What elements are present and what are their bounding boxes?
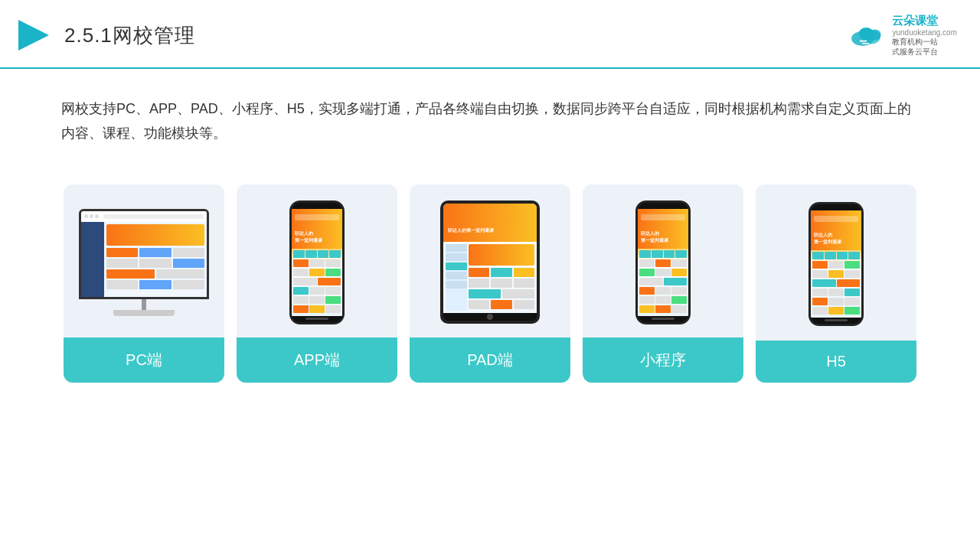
description-content: 网校支持PC、APP、PAD、小程序、H5，实现多端打通，产品各终端自由切换，数… — [61, 101, 911, 141]
card-pad-label: PAD端 — [410, 337, 570, 383]
device-mini-phone: 职达人的第一堂判通课 — [635, 201, 691, 324]
logo-area: 云朵课堂 yunduoketang.com 教育机构一站式服务云平台 — [849, 14, 957, 57]
logo-text-group: 云朵课堂 yunduoketang.com 教育机构一站式服务云平台 — [892, 14, 957, 57]
logo-name: 云朵课堂 — [892, 14, 957, 28]
header-left: 2.5.1网校管理 — [15, 17, 195, 54]
card-mini-image: 职达人的第一堂判通课 — [583, 184, 743, 337]
card-pc-image — [64, 184, 224, 337]
title-prefix: 2.5.1 — [64, 24, 113, 47]
device-h5-phone: 职达人的第一堂判通课 — [808, 202, 864, 326]
cloud-logo-icon — [849, 21, 886, 49]
play-icon — [15, 17, 52, 54]
svg-marker-0 — [18, 20, 49, 51]
card-pad: 职达人的第一堂判通课 — [410, 184, 570, 383]
card-app-image: 职达人的第一堂判通课 — [237, 184, 397, 337]
card-pc-label: PC端 — [64, 337, 224, 383]
device-app-phone: 职达人的第一堂判通课 — [289, 201, 345, 324]
card-pad-image: 职达人的第一堂判通课 — [410, 184, 570, 337]
logo-domain: yunduoketang.com — [892, 28, 957, 37]
card-mini-label: 小程序 — [583, 337, 743, 383]
title-main: 网校管理 — [113, 24, 195, 47]
logo-slogan: 教育机构一站式服务云平台 — [892, 37, 957, 57]
card-h5: 职达人的第一堂判通课 — [756, 184, 916, 383]
description-text: 网校支持PC、APP、PAD、小程序、H5，实现多端打通，产品各终端自由切换，数… — [0, 69, 980, 161]
card-h5-image: 职达人的第一堂判通课 — [756, 184, 916, 341]
device-tablet: 职达人的第一堂判通课 — [440, 201, 540, 324]
device-pc — [79, 209, 209, 316]
card-app: 职达人的第一堂判通课 — [237, 184, 397, 383]
card-mini: 职达人的第一堂判通课 — [583, 184, 743, 383]
card-h5-label: H5 — [756, 341, 916, 383]
svg-point-4 — [869, 29, 881, 40]
card-pc: PC端 — [64, 184, 224, 383]
cards-container: PC端 职达人的第一堂判通课 — [0, 161, 980, 406]
page-title: 2.5.1网校管理 — [64, 22, 195, 49]
header: 2.5.1网校管理 云朵课堂 yunduoketang.com 教育机构一站式服… — [0, 0, 980, 69]
card-app-label: APP端 — [237, 337, 397, 383]
